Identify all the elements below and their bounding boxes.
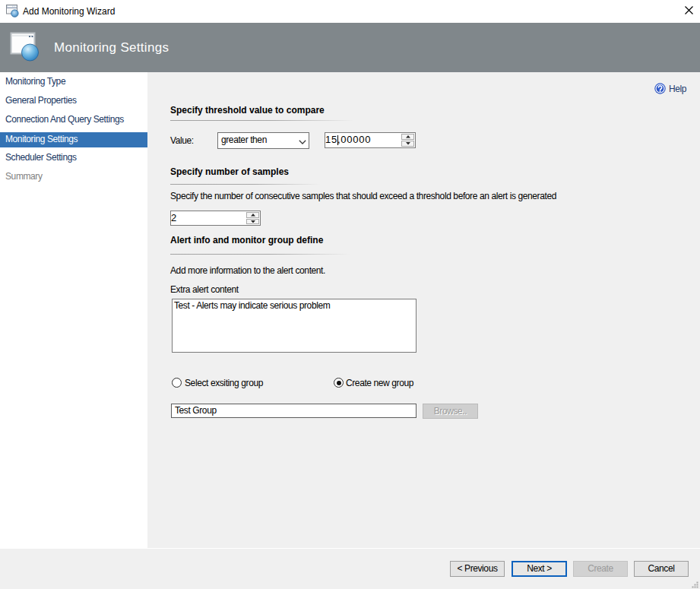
chevron-down-icon [299, 140, 306, 144]
group-name-input[interactable]: Test Group [171, 404, 417, 418]
arrow-down-icon [406, 142, 410, 145]
nav-item-monitoring-type[interactable]: Monitoring Type [0, 74, 147, 90]
group-name-text: Test Group [175, 405, 217, 416]
spin-down-button[interactable] [401, 141, 414, 147]
extra-alert-content-text: Test - Alerts may indicate serious probl… [174, 300, 330, 311]
wizard-header-banner: Monitoring Settings [0, 23, 700, 72]
threshold-value-text: 15,00000 [325, 134, 371, 145]
spin-buttons [401, 134, 414, 147]
spin-up-button[interactable] [401, 134, 414, 140]
wizard-window-icon [6, 5, 19, 17]
spin-down-button[interactable] [246, 219, 259, 225]
operator-dropdown[interactable]: greater then [217, 132, 309, 149]
arrow-up-icon [406, 135, 410, 138]
page-title: Monitoring Settings [54, 23, 169, 72]
samples-description: Specify the number of consecutive sample… [170, 191, 596, 201]
samples-section-rule [170, 184, 320, 185]
spin-buttons [246, 212, 259, 224]
samples-section-heading: Specify number of samples [170, 166, 289, 177]
monitoring-wizard-icon [10, 32, 42, 64]
alert-section-heading: Alert info and monitor group define [170, 235, 323, 245]
spin-up-button[interactable] [246, 212, 259, 218]
nav-item-general-properties[interactable]: General Properties [0, 93, 147, 109]
wizard-nav-sidebar: Monitoring Type General Properties Conne… [0, 72, 147, 548]
window-title: Add Monitoring Wizard [23, 0, 115, 23]
alert-description: Add more information to the alert conten… [170, 265, 325, 276]
samples-count-text: 2 [171, 212, 177, 223]
create-button[interactable]: Create [573, 561, 628, 577]
close-button[interactable] [681, 3, 697, 19]
value-label: Value: [170, 135, 194, 146]
nav-item-scheduler-settings[interactable]: Scheduler Settings [0, 150, 147, 166]
create-new-group-radio[interactable] [334, 378, 344, 388]
alert-section-rule [170, 254, 350, 255]
footer-separator [0, 548, 700, 549]
browse-button[interactable]: Browse.. [423, 404, 478, 419]
arrow-up-icon [251, 214, 255, 217]
next-button[interactable]: Next > [512, 561, 567, 577]
help-icon [654, 83, 666, 94]
text-caret [337, 135, 338, 145]
nav-item-summary[interactable]: Summary [0, 169, 147, 185]
select-existing-group-label: Select exsiting group [185, 378, 263, 388]
threshold-section-rule [170, 120, 354, 121]
arrow-down-icon [251, 220, 255, 223]
select-existing-group-radio[interactable] [172, 378, 182, 388]
nav-item-monitoring-settings[interactable]: Monitoring Settings [0, 132, 147, 147]
previous-button[interactable]: < Previous [450, 561, 505, 577]
operator-dropdown-value: greater then [221, 135, 267, 145]
extra-alert-content-label: Extra alert content [170, 284, 239, 295]
radio-dot [337, 381, 341, 385]
resize-grip[interactable] [692, 581, 699, 589]
cancel-button[interactable]: Cancel [634, 561, 689, 577]
threshold-value-input[interactable]: 15,00000 [325, 132, 416, 148]
create-new-group-label: Create new group [346, 378, 413, 388]
nav-item-connection-query-settings[interactable]: Connection And Query Settings [0, 112, 147, 128]
threshold-section-heading: Specify threshold value to compare [170, 105, 325, 116]
title-bar: Add Monitoring Wizard [0, 0, 700, 23]
extra-alert-content-textarea[interactable]: Test - Alerts may indicate serious probl… [172, 299, 417, 353]
samples-count-input[interactable]: 2 [170, 211, 261, 226]
help-label: Help [669, 84, 686, 94]
